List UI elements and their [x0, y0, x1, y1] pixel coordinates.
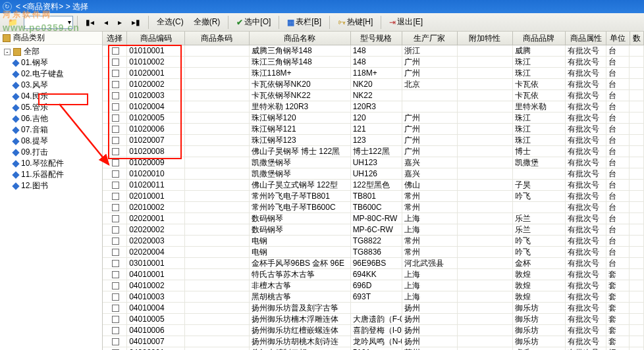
checkbox[interactable]: [112, 70, 119, 77]
checkbox[interactable]: [112, 126, 119, 133]
table-row[interactable]: 04010001特氏古筝苏木古筝694KK上海敦煌有批次号套: [103, 269, 644, 280]
tree-item[interactable]: 03.风琴: [3, 80, 102, 91]
table-row[interactable]: 02020002数码钢琴MP-6C-RW上海乐兰有批次号台: [103, 224, 644, 236]
col-extra[interactable]: 数: [630, 32, 645, 45]
cell-select[interactable]: [103, 202, 127, 213]
cell-select[interactable]: [103, 325, 127, 336]
cell-select[interactable]: [103, 79, 127, 89]
cell-select[interactable]: [103, 236, 127, 246]
table-row[interactable]: 01020001珠江118M+118M+广州珠江有批次号台: [103, 68, 644, 79]
col-select[interactable]: 选择: [103, 32, 127, 45]
table-row[interactable]: 04020001伪红木精制二胡5101苏州虎丘有批次号把: [103, 347, 644, 350]
columns-button[interactable]: ▦表栏[B]: [283, 14, 325, 30]
table-row[interactable]: 02020004电钢TG8836常州吟飞有批次号台: [103, 247, 644, 258]
checkbox[interactable]: [112, 249, 119, 256]
checkbox[interactable]: [112, 260, 119, 267]
table-row[interactable]: 04010007扬州御乐坊胡桃木刻诗连龙吟凤鸣（N-0扬州御乐坊有批次号套: [103, 336, 644, 347]
table-row[interactable]: 01020002卡瓦依钢琴NK20NK20北京卡瓦依有批次号台: [103, 79, 644, 90]
table-row[interactable]: 01020008佛山子昊钢琴 博士 122黑博士122黑广州博士有批次号台: [103, 146, 644, 157]
tree-item[interactable]: 10.琴弦配件: [3, 158, 102, 169]
nav-prev-button[interactable]: ◂: [100, 16, 112, 29]
checkbox[interactable]: [112, 159, 119, 166]
table-row[interactable]: 04010005扬州御乐坊楠木浮雕连体大唐遗韵（F-0扬州御乐坊有批次号套: [103, 314, 644, 325]
col-spec[interactable]: 型号规格: [351, 32, 402, 45]
checkbox[interactable]: [112, 114, 119, 122]
col-prop[interactable]: 商品属性: [566, 32, 606, 45]
checkbox[interactable]: [112, 59, 119, 66]
table-row[interactable]: 01020004里特米勒 120R3120R3里特米勒有批次号台: [103, 101, 644, 113]
table-row[interactable]: 04010004扬州御乐坊普及刻字古筝扬州御乐坊有批次号套: [103, 303, 644, 314]
checkbox[interactable]: [112, 204, 119, 211]
select-all-button[interactable]: 全选(C): [153, 14, 188, 30]
table-row[interactable]: 01020010凯撒堡钢琴UH126嘉兴有批次号台: [103, 168, 644, 180]
cell-select[interactable]: [103, 280, 127, 291]
tree-item[interactable]: 06.吉他: [3, 113, 102, 124]
checkbox[interactable]: [112, 47, 119, 55]
cell-select[interactable]: [103, 113, 127, 123]
checkbox[interactable]: [112, 148, 119, 155]
cell-select[interactable]: [103, 168, 127, 179]
table-row[interactable]: 01010002珠江三角钢琴148148广州珠江有批次号台: [103, 57, 644, 68]
cell-select[interactable]: [103, 57, 127, 67]
deselect-all-button[interactable]: 全撤(R): [190, 14, 225, 30]
cell-select[interactable]: [103, 247, 127, 257]
cell-select[interactable]: [103, 191, 127, 201]
checkbox[interactable]: [112, 305, 119, 312]
tree-item[interactable]: 04.民乐: [3, 91, 102, 102]
cell-select[interactable]: [103, 269, 127, 280]
tree-item[interactable]: 07.音箱: [3, 124, 102, 136]
table-row[interactable]: 01020005珠江钢琴120120广州珠江有批次号台: [103, 113, 644, 124]
nav-next-button[interactable]: ▸: [114, 16, 126, 29]
table-row[interactable]: 02020001数码钢琴MP-80C-RW上海乐兰有批次号台: [103, 213, 644, 224]
checkbox[interactable]: [112, 271, 119, 278]
tree-item[interactable]: 02.电子键盘: [3, 68, 102, 80]
checkbox[interactable]: [112, 293, 119, 301]
tree-item[interactable]: 01.钢琴: [3, 57, 102, 68]
cell-select[interactable]: [103, 146, 127, 157]
checkbox[interactable]: [112, 137, 119, 144]
checkbox[interactable]: [112, 327, 119, 334]
table-row[interactable]: 01020003卡瓦依钢琴NK22NK22卡瓦依有批次号台: [103, 90, 644, 101]
checkbox[interactable]: [112, 338, 119, 345]
nav-first-button[interactable]: ▮◂: [82, 16, 98, 29]
cell-select[interactable]: [103, 90, 127, 101]
col-name[interactable]: 商品名称: [250, 32, 351, 45]
folder-button[interactable]: 📁: [4, 16, 22, 29]
table-row[interactable]: 01020011佛山子昊立式钢琴 122型122型黑色佛山子昊有批次号台: [103, 180, 644, 191]
table-row[interactable]: 01010001威腾三角钢琴148148浙江威腾有批次号台: [103, 45, 644, 57]
tree-item[interactable]: 08.提琴: [3, 136, 102, 147]
cell-select[interactable]: [103, 347, 127, 350]
checkbox[interactable]: [112, 226, 119, 234]
table-row[interactable]: 04010006扬州御乐坊红檀嵌螺连体喜韵登梅（I-0扬州御乐坊有批次号套: [103, 325, 644, 336]
checkbox[interactable]: [112, 215, 119, 222]
tree-item[interactable]: 09.打击: [3, 147, 102, 158]
cell-select[interactable]: [103, 303, 127, 313]
table-row[interactable]: 02020003电钢TG8822常州吟飞有批次号台: [103, 236, 644, 247]
table-row[interactable]: 01020009凯撒堡钢琴UH123嘉兴凯撒堡有批次号台: [103, 157, 644, 168]
checkbox[interactable]: [112, 193, 119, 200]
confirm-select-button[interactable]: ✔选中[O]: [232, 14, 275, 30]
table-row[interactable]: 04010002非檀木古筝696D上海敦煌有批次号套: [103, 280, 644, 291]
collapse-icon[interactable]: -: [4, 49, 11, 55]
checkbox[interactable]: [112, 282, 119, 289]
table-row[interactable]: 02010002常州吟飞电子琴TB600CTB600C常州有批次号台: [103, 202, 644, 213]
table-row[interactable]: 01020007珠江钢琴123123广州珠江有批次号台: [103, 135, 644, 146]
cell-select[interactable]: [103, 68, 127, 78]
cell-select[interactable]: [103, 45, 127, 56]
tree-item[interactable]: 11.乐器配件: [3, 169, 102, 180]
checkbox[interactable]: [112, 182, 119, 189]
checkbox[interactable]: [112, 92, 119, 99]
cell-select[interactable]: [103, 157, 127, 168]
cell-select[interactable]: [103, 213, 127, 224]
table-row[interactable]: 03010001金杯手风琴96BS 金杯 96E96E96BS河北武强县金杯有批…: [103, 258, 644, 269]
col-brand[interactable]: 商品品牌: [513, 32, 566, 45]
tree-item[interactable]: 05.管乐: [3, 102, 102, 113]
table-row[interactable]: 02010001常州吟飞电子琴TB801TB801常州吟飞有批次号台: [103, 191, 644, 202]
exit-button[interactable]: ⇥退出[E]: [385, 14, 427, 30]
tree-root-all[interactable]: - 全部: [3, 46, 102, 57]
col-barcode[interactable]: 商品条码: [185, 32, 250, 45]
tree-item[interactable]: 12.图书: [3, 180, 102, 191]
checkbox[interactable]: [112, 238, 119, 245]
cell-select[interactable]: [103, 336, 127, 347]
cell-select[interactable]: [103, 180, 127, 190]
